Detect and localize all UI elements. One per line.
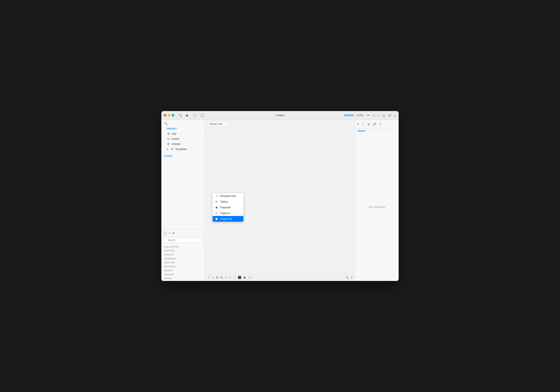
navigationbar-icon: ≡	[215, 195, 218, 197]
design-label[interactable]: DESIGN	[344, 114, 353, 117]
align-tool-4[interactable]: ⊟	[220, 276, 223, 279]
search-icon[interactable]: 🔍	[164, 122, 168, 125]
main-layout: 🔍 PROJECT ⊞ App 🗂 Assets ⊕ Globals ▶ ⊟	[161, 120, 399, 281]
dropdown-item-pagesplit[interactable]: ▣ Pagesplit	[213, 205, 243, 210]
layers-icon[interactable]: ◎	[383, 114, 385, 117]
component-library-toolbar: ⬜ ≡ ⊕ ⌄	[161, 229, 205, 236]
category-gesture[interactable]: GESTURE	[161, 260, 205, 264]
bottom-right-tools: − + 🔍 ↺	[336, 276, 353, 279]
assets-icon: 🗂	[167, 137, 170, 140]
rp-icon-2[interactable]: ⬚	[362, 122, 365, 126]
component-list-icon[interactable]: ≡	[169, 231, 170, 235]
layout-tool-1[interactable]: ⬚	[233, 276, 236, 279]
app-window: 🔍 ▶ ⬜ 📋 Untitled DESIGN | CODE LOG ≡ ⬚ ◎…	[161, 111, 399, 281]
rp-icon-3[interactable]: ◎	[367, 122, 370, 126]
rp-icon-5[interactable]: ◇	[379, 122, 382, 126]
navigationbar-label: Navigationbar	[220, 195, 236, 197]
component-search-area: 🔍	[161, 236, 205, 244]
titlebar-left-icons: 🔍 ▶ ⬜ 📋	[178, 113, 204, 117]
dropdown-item-tabbar[interactable]: ⊟ Tabbar	[213, 199, 243, 205]
rp-icon-1[interactable]: ≡	[357, 122, 359, 126]
code-label[interactable]: CODE	[356, 114, 363, 117]
zoom-out-button[interactable]: −	[336, 276, 340, 279]
titlebar-center: Untitled	[276, 114, 284, 117]
component-library-panel: ⬜ ≡ ⊕ ⌄ 🔍 COLLECTION CONTROL DATASET DAT…	[161, 229, 205, 281]
layout-tool-2[interactable]: ⬛	[238, 276, 241, 279]
search-button[interactable]: 🔍	[178, 113, 182, 117]
pagesplit-icon: ▣	[215, 206, 218, 209]
pagecurl-label: Pagecurl	[220, 212, 230, 215]
panel-chevron-icon[interactable]: ⌄	[201, 232, 203, 234]
globals-icon: ⊕	[167, 142, 170, 146]
pagescroll-icon: 📋	[215, 217, 218, 220]
component-search-input[interactable]	[163, 238, 203, 242]
category-dataset[interactable]: DATASET	[161, 253, 205, 256]
category-network[interactable]: NETWORK	[161, 264, 205, 268]
right-panel: ≡ ⬚ ◎ 🔗 ◇ OBJECT Not Applicable	[355, 120, 399, 281]
minimize-button[interactable]	[168, 114, 170, 117]
sidebar-top: 🔍 PROJECT ⊞ App 🗂 Assets ⊕ Globals ▶ ⊟	[161, 120, 205, 153]
sidebar-item-assets[interactable]: 🗂 Assets	[164, 136, 202, 141]
sidebar-item-app[interactable]: ⊞ App	[164, 131, 202, 136]
link-icon[interactable]: 🔗	[388, 114, 391, 117]
rotate-icon[interactable]: ↺	[350, 276, 353, 279]
sidebar-item-globals[interactable]: ⊕ Globals	[164, 141, 202, 147]
sidebar-item-templates[interactable]: ▶ ⊟ Templates	[164, 147, 202, 152]
not-applicable-text: Not Applicable	[355, 133, 399, 281]
templates-icon: ⊟	[170, 147, 174, 151]
maximize-button[interactable]	[172, 114, 174, 117]
device-selector[interactable]: iPhone X/XS ⌄	[208, 122, 228, 127]
rp-icon-4[interactable]: 🔗	[373, 122, 377, 126]
dropdown-item-pagescroll[interactable]: 📋 Pagescroll	[213, 216, 243, 222]
device-button[interactable]: ⬜	[192, 113, 196, 117]
pagescroll-label: Pagescroll	[220, 217, 232, 220]
content-bottom-bar: ⊤ ⊥ ⊞ ⊟ ⊣ ⊢ ⬚ ⬛ ▣ ⬜ − + 🔍	[205, 274, 355, 281]
sidebar: 🔍 PROJECT ⊞ App 🗂 Assets ⊕ Globals ▶ ⊟	[161, 120, 205, 281]
close-button[interactable]	[164, 114, 166, 117]
category-collection[interactable]: COLLECTION	[161, 245, 205, 249]
layout-tool-4[interactable]: ⬜	[248, 276, 251, 279]
log-button[interactable]: LOG	[365, 113, 371, 118]
align-tool-3[interactable]: ⊞	[216, 276, 218, 279]
calendar-button[interactable]: 📋	[200, 113, 204, 117]
traffic-lights	[164, 114, 174, 117]
app-icon: ⊞	[167, 132, 170, 135]
dropdown-item-pagecurl[interactable]: ◱ Pagecurl	[213, 210, 243, 216]
list-icon[interactable]: ≡	[373, 114, 375, 117]
zoom-in-button[interactable]: +	[340, 276, 344, 279]
canvas-area: iPhone X/XS ⌄ ⊤ ⊥ ⊞ ⊟ ⊣ ⊢ ⬚ ⬛ ▣ ⬜	[205, 120, 355, 281]
component-view-icon[interactable]: ⬜	[163, 231, 167, 235]
content-toolbar: iPhone X/XS ⌄	[205, 120, 355, 129]
document-title: Untitled	[276, 114, 284, 117]
category-shape[interactable]: SHAPE	[161, 276, 205, 280]
titlebar-right: DESIGN | CODE LOG ≡ ⬚ ◎ 🔗 ◇	[344, 113, 396, 118]
object-label: OBJECT	[355, 128, 399, 133]
category-database[interactable]: DATABASE	[161, 256, 205, 260]
zoom-control: − +	[336, 276, 344, 279]
align-tool-6[interactable]: ⊢	[229, 276, 231, 279]
device-chevron-icon: ⌄	[224, 123, 226, 126]
layout-label: LAYOUT	[161, 153, 205, 158]
search-wrapper: 🔍	[163, 238, 203, 242]
tabbar-label: Tabbar	[220, 200, 228, 203]
play-button[interactable]: ▶	[186, 113, 189, 117]
toggle-divider: |	[355, 114, 355, 117]
app-label: App	[172, 132, 176, 135]
design-code-toggle: DESIGN | CODE	[344, 114, 363, 117]
frame-icon[interactable]: ⬚	[378, 114, 380, 117]
category-object[interactable]: OBJECT	[161, 268, 205, 272]
project-label: PROJECT	[164, 128, 202, 130]
category-sensor[interactable]: SENSOR	[161, 272, 205, 276]
bottom-tools: ⊤ ⊥ ⊞ ⊟ ⊣ ⊢ ⬚ ⬛ ▣ ⬜	[207, 276, 251, 279]
align-tool-1[interactable]: ⊤	[207, 276, 210, 279]
dropdown-popup: ≡ Navigationbar ⊟ Tabbar ▣ Pagesplit ◱ P…	[212, 193, 244, 222]
pagesplit-label: Pagesplit	[220, 206, 230, 209]
diamond-icon[interactable]: ◇	[394, 114, 396, 117]
component-add-icon[interactable]: ⊕	[172, 231, 175, 235]
zoom-fit-icon[interactable]: 🔍	[345, 276, 349, 279]
layout-tool-3[interactable]: ▣	[243, 276, 246, 279]
align-tool-2[interactable]: ⊥	[211, 276, 214, 279]
category-control[interactable]: CONTROL	[161, 249, 205, 253]
align-tool-5[interactable]: ⊣	[225, 276, 227, 279]
dropdown-item-navigationbar[interactable]: ≡ Navigationbar	[213, 193, 243, 199]
